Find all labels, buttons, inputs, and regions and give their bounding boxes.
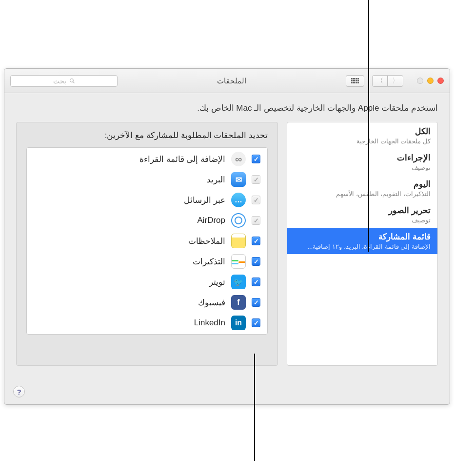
ext-row-mail: ✉ البريد [27, 169, 267, 190]
sidebar-item-sub: توصيف [294, 217, 431, 224]
sidebar-item-all[interactable]: الكل كل ملحقات الجهات الخارجية [287, 122, 437, 149]
traffic-lights [417, 78, 444, 84]
checkbox-mail [252, 175, 260, 184]
close-button[interactable] [437, 78, 444, 84]
svg-line-1 [73, 81, 74, 83]
ext-label: الملاحظات [188, 236, 225, 246]
ext-label: LinkedIn [194, 318, 225, 328]
airdrop-icon [231, 213, 246, 228]
checkbox-reading-list[interactable] [252, 155, 260, 163]
checkbox-messages [252, 196, 260, 204]
ext-row-notes: الملاحظات [27, 231, 267, 251]
ext-label: فيسبوك [198, 298, 225, 308]
ext-label: التذكيرات [193, 257, 225, 267]
ext-row-linkedin: in LinkedIn [27, 313, 267, 333]
category-sidebar: الكل كل ملحقات الجهات الخارجية الإجراءات… [287, 122, 438, 366]
chevron-right-icon: 〉 [392, 77, 399, 85]
linkedin-icon: in [231, 316, 246, 330]
ext-row-reading-list: ∞ الإضافة إلى قائمة القراءة [27, 149, 267, 169]
twitter-icon: 🐦 [231, 275, 246, 289]
sidebar-item-share-menu[interactable]: قائمة المشاركة الإضافة إلى قائمة القراءة… [287, 228, 437, 254]
ext-label: AirDrop [197, 216, 225, 225]
sidebar-item-sub: كل ملحقات الجهات الخارجية [294, 138, 431, 145]
checkbox-twitter[interactable] [252, 278, 260, 286]
checkbox-airdrop [252, 216, 260, 225]
sidebar-item-sub: توصيف [294, 164, 431, 171]
description-text: استخدم ملحقات Apple والجهات الخارجية لتخ… [16, 103, 438, 113]
sidebar-item-actions[interactable]: الإجراءات توصيف [287, 149, 437, 175]
ext-label: عبر الرسائل [184, 195, 225, 205]
titlebar: بحث الملحقات 〈 〉 [4, 69, 450, 93]
window-title: الملحقات [121, 77, 342, 85]
extension-list: ∞ الإضافة إلى قائمة القراءة ✉ البريد … ع… [26, 147, 268, 335]
facebook-icon: f [231, 295, 246, 310]
svg-point-0 [70, 79, 73, 82]
sidebar-item-title: قائمة المشاركة [294, 232, 431, 242]
search-input[interactable]: بحث [10, 75, 118, 87]
preferences-window: بحث الملحقات 〈 〉 استخدم ملحقات Apple وال… [4, 68, 450, 405]
ext-label: تويتر [209, 277, 225, 287]
reading-list-icon: ∞ [231, 152, 246, 166]
ext-label: البريد [207, 175, 225, 185]
minimize-button[interactable] [427, 78, 434, 84]
checkbox-notes[interactable] [252, 237, 260, 245]
search-placeholder: بحث [53, 77, 66, 85]
nav-buttons: 〈 〉 [372, 75, 403, 87]
checkbox-facebook[interactable] [252, 298, 260, 307]
content-area: استخدم ملحقات Apple والجهات الخارجية لتخ… [4, 93, 450, 366]
checkbox-reminders[interactable] [252, 257, 260, 266]
nav-forward-button[interactable]: 〉 [388, 75, 403, 87]
ext-row-facebook: f فيسبوك [27, 292, 267, 313]
sidebar-item-today[interactable]: اليوم التذكيرات، التقويم، الطقس، الأسهم [287, 175, 437, 201]
search-icon [69, 78, 75, 84]
detail-heading: تحديد الملحقات المطلوبة للمشاركة مع الآخ… [26, 130, 268, 140]
sidebar-item-title: اليوم [294, 179, 431, 189]
mail-icon: ✉ [231, 172, 246, 187]
sidebar-item-sub: الإضافة إلى قائمة القراءة، البريد، و١٢ إ… [294, 243, 431, 250]
checkbox-linkedin[interactable] [252, 318, 260, 327]
ext-row-messages: … عبر الرسائل [27, 190, 267, 210]
reminders-icon [231, 254, 246, 269]
ext-label: الإضافة إلى قائمة القراءة [139, 154, 225, 164]
messages-icon: … [231, 193, 246, 207]
sidebar-item-sub: التذكيرات، التقويم، الطقس، الأسهم [294, 190, 431, 198]
callout-line-top [368, 0, 369, 252]
help-button[interactable]: ? [13, 386, 25, 397]
sidebar-item-title: الإجراءات [294, 153, 431, 163]
detail-panel: تحديد الملحقات المطلوبة للمشاركة مع الآخ… [16, 122, 278, 366]
ext-row-reminders: التذكيرات [27, 251, 267, 272]
ext-row-airdrop: AirDrop [27, 210, 267, 231]
sidebar-item-title: الكل [294, 126, 431, 137]
nav-back-button[interactable]: 〈 [372, 75, 388, 87]
chevron-left-icon: 〈 [376, 77, 383, 85]
grid-icon [351, 78, 359, 84]
callout-line-bottom [254, 354, 255, 461]
sidebar-item-title: تحرير الصور [294, 205, 431, 216]
show-all-button[interactable] [346, 75, 364, 87]
ext-row-twitter: 🐦 تويتر [27, 272, 267, 292]
notes-icon [231, 234, 246, 248]
sidebar-item-photo-editing[interactable]: تحرير الصور توصيف [287, 201, 437, 228]
maximize-button[interactable] [417, 78, 423, 84]
